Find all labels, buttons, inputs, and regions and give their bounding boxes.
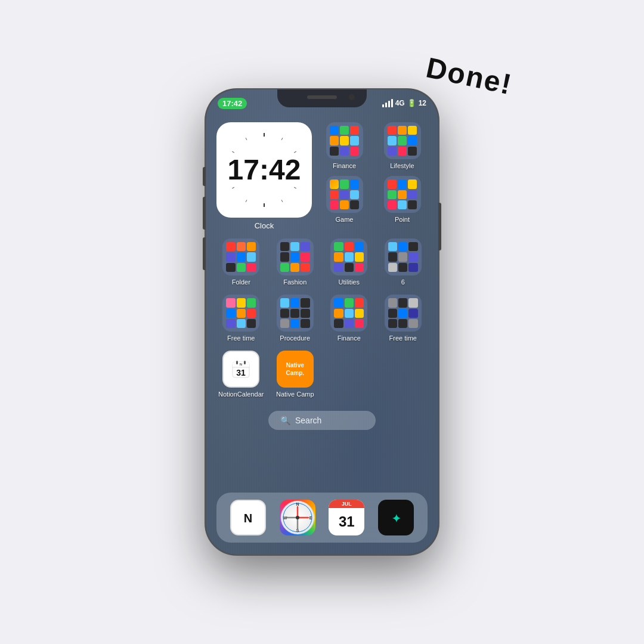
freetime2-folder-icon [385, 295, 422, 332]
finance2-folder-icon [330, 295, 367, 332]
svg-line-11 [246, 138, 247, 140]
row1-folders: Finance [319, 122, 428, 170]
freetime1-folder-icon [222, 295, 259, 332]
lifestyle-folder-icon [384, 122, 421, 159]
folder-folder-icon [222, 239, 259, 275]
status-time: 17:42 [218, 98, 247, 109]
app-freetime1[interactable]: Free time [219, 295, 264, 342]
six-label: 6 [401, 278, 405, 286]
game-label: Game [336, 216, 354, 224]
dock-perplexity[interactable]: ✦ [378, 500, 414, 535]
procedure-folder-icon [277, 295, 314, 332]
dock-calendar[interactable]: JUL 31 [329, 500, 364, 535]
finance2-label: Finance [338, 335, 361, 342]
status-right: 4G 🔋 12 [382, 99, 426, 107]
svg-text:N: N [240, 363, 242, 366]
done-annotation: Done! [423, 51, 515, 101]
finance-folder-icon [326, 122, 363, 159]
freetime1-label: Free time [227, 335, 255, 342]
procedure-label: Procedure [280, 335, 310, 342]
svg-text:✦: ✦ [391, 513, 400, 525]
clock-row: 17:42 Clock [216, 122, 428, 230]
fashion-folder-icon [277, 239, 314, 275]
svg-line-5 [294, 151, 296, 153]
svg-line-8 [246, 200, 247, 202]
svg-text:N: N [296, 502, 299, 506]
clock-ticks [222, 128, 306, 212]
notch [277, 89, 367, 107]
game-folder-icon [326, 176, 363, 213]
point-folder-icon [384, 176, 421, 213]
app-6[interactable]: 6 [380, 239, 425, 286]
svg-rect-17 [244, 361, 246, 364]
app-utilities[interactable]: Utilities [327, 239, 371, 286]
svg-line-4 [281, 138, 283, 140]
fashion-label: Fashion [283, 278, 306, 286]
right-folder-columns: Finance [319, 122, 428, 224]
network-label: 4G [395, 99, 405, 107]
app-finance[interactable]: Finance [322, 122, 367, 170]
svg-text:W: W [283, 516, 287, 520]
app-fashion[interactable]: Fashion [273, 239, 317, 286]
dock: N [216, 493, 428, 543]
app-folder[interactable]: Folder [219, 239, 264, 286]
svg-line-9 [232, 187, 234, 188]
app-procedure[interactable]: Procedure [273, 295, 317, 342]
battery-level: 12 [419, 99, 426, 107]
lifestyle-label: Lifestyle [390, 162, 414, 170]
app-freetime2[interactable]: Free time [380, 295, 425, 342]
power-button [438, 203, 441, 250]
phone-screen: 17:42 4G 🔋 12 [206, 89, 438, 555]
svg-text:E: E [309, 516, 312, 520]
svg-point-28 [296, 516, 299, 519]
point-label: Point [395, 216, 410, 224]
apps-row4: Free time Procedure [216, 295, 428, 342]
screen-content: 17:42 Clock [206, 116, 438, 555]
search-bar-container: 🔍 Search [216, 411, 428, 430]
dock-safari[interactable]: N S E W [280, 500, 315, 535]
clock-widget[interactable]: 17:42 [216, 122, 312, 218]
utilities-folder-icon [330, 239, 367, 275]
dock-notion[interactable]: N [230, 500, 266, 535]
svg-line-6 [294, 187, 296, 188]
app-nativecamp[interactable]: Native Camp. Native Camp [273, 351, 317, 398]
svg-line-7 [281, 200, 283, 202]
app-finance2[interactable]: Finance [327, 295, 371, 342]
search-bar[interactable]: 🔍 Search [268, 411, 376, 430]
apps-row3: Folder Fashion [216, 239, 428, 286]
folder-label: Folder [232, 278, 250, 286]
svg-line-10 [232, 151, 234, 153]
apps-row5: 31 N NotionCalendar Native Camp. [216, 351, 428, 398]
finance-label: Finance [333, 162, 356, 170]
row2-folders: Game [319, 176, 428, 224]
nativecamp-icon: Native Camp. [277, 351, 314, 388]
svg-text:N: N [244, 512, 252, 525]
phone-frame: 17:42 4G 🔋 12 [206, 89, 438, 555]
clock-widget-container: 17:42 Clock [216, 122, 312, 230]
battery-icon: 🔋 [407, 99, 416, 107]
freetime2-label: Free time [389, 335, 417, 342]
notion-calendar-label: NotionCalendar [218, 391, 264, 398]
clock-label: Clock [255, 221, 274, 230]
app-lifestyle[interactable]: Lifestyle [380, 122, 425, 170]
svg-text:31: 31 [236, 368, 246, 377]
speaker [307, 95, 337, 99]
search-icon: 🔍 [280, 416, 290, 425]
front-camera [349, 94, 355, 100]
notion-calendar-icon: 31 N [222, 351, 259, 388]
signal-icon [382, 99, 393, 107]
app-point[interactable]: Point [380, 176, 425, 224]
app-notion-calendar[interactable]: 31 N NotionCalendar [219, 351, 264, 398]
svg-text:S: S [296, 528, 299, 532]
utilities-label: Utilities [339, 278, 360, 286]
six-folder-icon [385, 239, 422, 275]
app-game[interactable]: Game [322, 176, 367, 224]
search-placeholder: Search [295, 416, 321, 425]
nativecamp-label: Native Camp [276, 391, 314, 398]
svg-rect-16 [236, 361, 238, 364]
